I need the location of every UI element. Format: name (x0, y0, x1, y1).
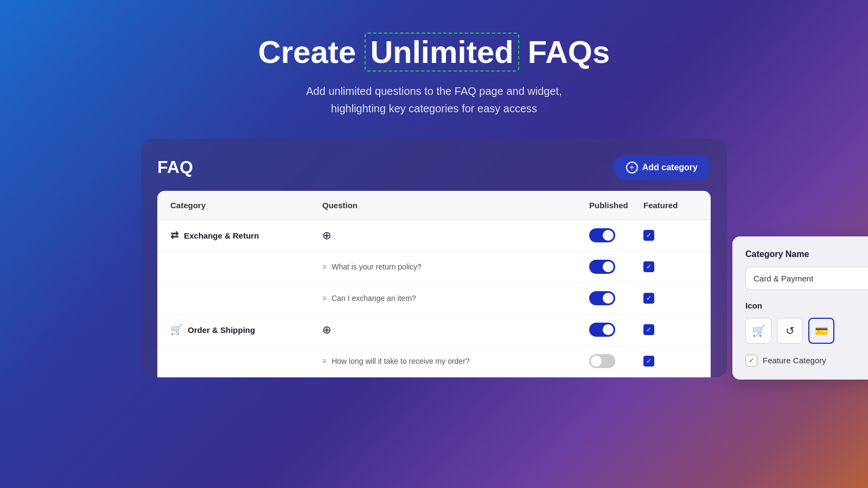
checkbox-featured-exchange[interactable]: ✓ (643, 230, 654, 241)
faq-panel-header: FAQ + Add category (157, 155, 711, 180)
hero-title-before: Create (258, 34, 365, 69)
published-toggle-exchange[interactable] (589, 228, 643, 242)
icon-row: 🛒 ↺ 💳 (745, 318, 868, 344)
exchange-return-icon: ⇄ (170, 229, 178, 241)
question-text-exchange-item: Can I exchange an item? (331, 294, 416, 303)
question-text-return-policy: What is your return policy? (331, 262, 422, 271)
add-question-icon-2[interactable]: ⊕ (322, 323, 331, 336)
drag-handle-icon[interactable]: ≡ (322, 262, 326, 271)
header-featured: Featured (643, 201, 698, 210)
add-category-label: Add category (642, 163, 698, 172)
add-category-button[interactable]: + Add category (613, 155, 711, 180)
feature-category-checkbox[interactable]: ✓ (745, 355, 757, 367)
question-cell-add-exchange[interactable]: ⊕ (322, 229, 589, 242)
table-row: 🛒 Order & Shipping ⊕ ✓ (157, 314, 711, 346)
featured-check-exchange-item[interactable]: ✓ (643, 293, 698, 304)
icon-option-cart[interactable]: 🛒 (745, 318, 771, 344)
category-name-exchange: Exchange & Return (184, 231, 259, 240)
published-toggle-receive-order[interactable] (589, 354, 643, 368)
toggle-published-exchange[interactable] (589, 228, 615, 242)
hero-subtitle: Add unlimited questions to the FAQ page … (266, 82, 602, 117)
hero-section: Create Unlimited FAQs Add unlimited ques… (258, 33, 610, 117)
checkbox-featured-order[interactable]: ✓ (643, 324, 654, 335)
category-popup: Category Name Icon 🛒 ↺ 💳 ✓ Feature Categ… (732, 236, 868, 380)
category-label-exchange: ⇄ Exchange & Return (170, 229, 322, 241)
question-cell-receive-order: ≡ How long will it take to receive my or… (322, 357, 589, 365)
toggle-published-return-policy[interactable] (589, 260, 615, 274)
question-cell-add-order[interactable]: ⊕ (322, 323, 589, 336)
faq-table: Category Question Published Featured ⇄ E… (157, 191, 711, 377)
toggle-published-exchange-item[interactable] (589, 291, 615, 305)
featured-check-return-policy[interactable]: ✓ (643, 261, 698, 272)
feature-category-label: Feature Category (763, 356, 826, 365)
checkbox-featured-exchange-item[interactable]: ✓ (643, 293, 654, 304)
featured-check-receive-order[interactable]: ✓ (643, 356, 698, 367)
header-category: Category (170, 201, 322, 210)
featured-check-exchange[interactable]: ✓ (643, 230, 698, 241)
drag-handle-icon-2[interactable]: ≡ (322, 294, 326, 303)
published-toggle-return-policy[interactable] (589, 260, 643, 274)
category-name-order: Order & Shipping (188, 325, 255, 335)
add-question-icon[interactable]: ⊕ (322, 229, 331, 242)
question-text-receive-order: How long will it take to receive my orde… (331, 357, 469, 365)
toggle-published-receive-order[interactable] (589, 354, 615, 368)
hero-title-highlight: Unlimited (365, 33, 519, 72)
hero-title-after: FAQs (519, 34, 610, 69)
faq-table-body: ⇄ Exchange & Return ⊕ ✓ ≡ What is yo (157, 220, 711, 377)
featured-check-order[interactable]: ✓ (643, 324, 698, 335)
table-row: ≡ Can I exchange an item? ✓ (157, 283, 711, 314)
drag-handle-icon-3[interactable]: ≡ (322, 357, 326, 365)
plus-circle-icon: + (626, 162, 638, 174)
header-question: Question (322, 201, 589, 210)
feature-category-row: ✓ Feature Category (745, 355, 868, 367)
table-row: ≡ What is your return policy? ✓ (157, 252, 711, 283)
cart-icon: 🛒 (752, 324, 765, 337)
question-cell-return-policy: ≡ What is your return policy? (322, 262, 589, 271)
faq-panel-title: FAQ (157, 157, 193, 177)
table-row: ≡ How long will it take to receive my or… (157, 346, 711, 377)
checkbox-featured-return-policy[interactable]: ✓ (643, 261, 654, 272)
card-icon: 💳 (815, 324, 828, 337)
published-toggle-exchange-item[interactable] (589, 291, 643, 305)
toggle-published-order[interactable] (589, 323, 615, 337)
published-toggle-order[interactable] (589, 323, 643, 337)
category-label-order: 🛒 Order & Shipping (170, 324, 322, 336)
checkbox-featured-receive-order[interactable]: ✓ (643, 356, 654, 367)
faq-panel: FAQ + Add category Category Question Pub… (141, 139, 727, 377)
question-cell-exchange-item: ≡ Can I exchange an item? (322, 294, 589, 303)
header-published: Published (589, 201, 643, 210)
order-shipping-icon: 🛒 (170, 324, 182, 336)
popup-title: Category Name (745, 249, 868, 259)
icon-option-card[interactable]: 💳 (808, 318, 834, 344)
table-row: ⇄ Exchange & Return ⊕ ✓ (157, 220, 711, 252)
hero-title: Create Unlimited FAQs (258, 33, 610, 72)
icon-option-exchange[interactable]: ↺ (777, 318, 803, 344)
category-name-input[interactable] (745, 267, 868, 290)
faq-table-header: Category Question Published Featured (157, 191, 711, 220)
icon-section-title: Icon (745, 301, 868, 310)
exchange-icon: ↺ (786, 324, 795, 337)
